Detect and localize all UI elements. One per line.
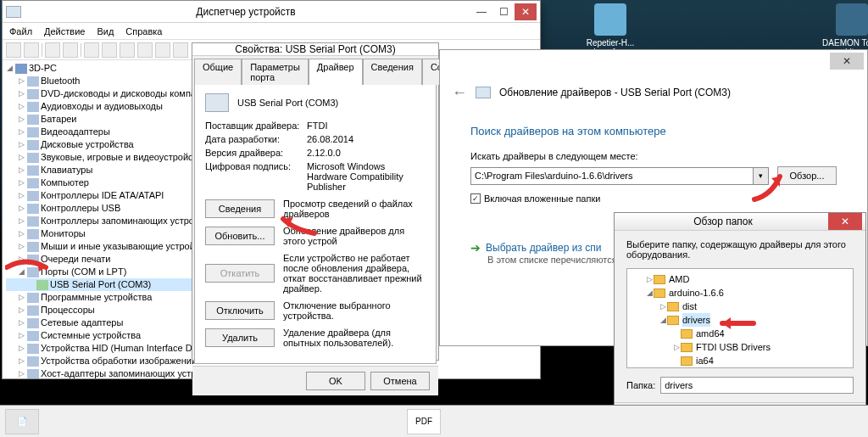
- close-button[interactable]: ✕: [830, 53, 864, 70]
- disable-button[interactable]: Отключить: [205, 301, 275, 320]
- folder-name: ia64: [696, 354, 714, 367]
- tab-details[interactable]: Сведения: [363, 59, 422, 85]
- ok-button[interactable]: OK: [306, 372, 365, 390]
- titlebar: Свойства: USB Serial Port (COM3): [192, 43, 438, 56]
- link-title: Выбрать драйвер из спи: [486, 242, 601, 254]
- arrow-right-icon: ➔: [470, 241, 481, 255]
- folder-name: drivers: [682, 313, 710, 327]
- node-label: Видеоадаптеры: [41, 126, 110, 138]
- device-name: USB Serial Port (COM3): [237, 98, 338, 108]
- value: FTDI: [307, 120, 327, 131]
- taskbar-item-pdf[interactable]: PDF: [407, 409, 441, 434]
- value: 26.08.2014: [307, 134, 353, 144]
- node-label: Дисковые устройства: [41, 138, 134, 151]
- label: Поставщик драйвера:: [205, 120, 307, 131]
- folder-icon: [654, 275, 665, 284]
- close-button[interactable]: ✕: [515, 3, 537, 20]
- tabstrip: Общие Параметры порта Драйвер Сведения С…: [192, 56, 438, 84]
- fwd-button[interactable]: [24, 42, 39, 58]
- menubar: Файл Действие Вид Справка: [3, 23, 540, 40]
- uninstall-button[interactable]: Удалить: [205, 328, 275, 347]
- folder-tree[interactable]: ▷AMD◢arduino-1.6.6▷dist◢drivers amd64▷FT…: [626, 268, 854, 368]
- desc: Удаление драйвера (для опытных пользоват…: [283, 328, 426, 348]
- folder-item[interactable]: ◢arduino-1.6.6: [632, 286, 848, 300]
- titlebar: Диспетчер устройств — ☐ ✕: [3, 1, 540, 23]
- folder-item[interactable]: ia64: [632, 354, 848, 367]
- minimize-button[interactable]: —: [470, 3, 492, 20]
- node-label: Звуковые, игровые и видеоустройст: [41, 151, 198, 164]
- menu-view[interactable]: Вид: [97, 26, 114, 36]
- tool-button[interactable]: [63, 42, 78, 58]
- desc: Просмотр сведений о файлах драйверов: [283, 199, 426, 219]
- include-subfolders-checkbox[interactable]: ✓ Включая вложенные папки: [470, 193, 837, 204]
- taskbar[interactable]: 📄 PDF: [0, 405, 868, 437]
- tool-button[interactable]: [173, 42, 188, 58]
- folder-icon: [654, 289, 665, 298]
- back-button[interactable]: [6, 42, 21, 58]
- menu-help[interactable]: Справка: [125, 26, 162, 36]
- node-label: Устройства HID (Human Interface De: [41, 342, 198, 355]
- node-label: Контроллеры IDE ATA/ATAPI: [41, 189, 164, 202]
- folder-item[interactable]: ▷FTDI USB Drivers: [632, 340, 848, 354]
- tab-driver[interactable]: Драйвер: [309, 59, 363, 85]
- field-label: Искать драйверы в следующем месте:: [470, 151, 837, 161]
- folder-name: arduino-1.6.6: [669, 286, 724, 300]
- tool-button[interactable]: [102, 42, 117, 58]
- node-label: Bluetooth: [41, 75, 80, 87]
- cancel-button[interactable]: Отмена: [370, 372, 430, 390]
- tool-button[interactable]: [120, 42, 135, 58]
- titlebar: Обзор папок ✕: [615, 213, 865, 231]
- node-label: Контроллеры USB: [41, 202, 120, 215]
- app-icon: [6, 6, 21, 18]
- folder-item[interactable]: ◢drivers: [632, 313, 848, 327]
- node-label: Процессоры: [41, 304, 95, 317]
- node-label: 3D-PC: [29, 62, 57, 75]
- menu-file[interactable]: Файл: [9, 26, 32, 36]
- menu-action[interactable]: Действие: [44, 26, 85, 36]
- folder-name: amd64: [696, 327, 725, 340]
- folder-name: FTDI USB Drivers: [696, 340, 771, 354]
- label: Цифровая подпись:: [205, 161, 307, 192]
- device-icon: [476, 87, 491, 98]
- back-icon[interactable]: ←: [452, 84, 467, 102]
- tab-port-settings[interactable]: Параметры порта: [242, 59, 309, 85]
- close-button[interactable]: ✕: [828, 213, 862, 230]
- node-label: Контроллеры запоминающих устро: [41, 215, 194, 227]
- folder-label: Папка:: [626, 380, 655, 390]
- folder-name: AMD: [669, 272, 689, 286]
- folder-item[interactable]: amd64: [632, 327, 848, 340]
- label: Версия драйвера:: [205, 148, 307, 158]
- wizard-heading: Поиск драйверов на этом компьютере: [470, 125, 837, 137]
- update-driver-button[interactable]: Обновить...: [205, 227, 275, 245]
- window-title: Свойства: USB Serial Port (COM3): [196, 43, 435, 55]
- dialog-message: Выберите папку, содержащую драйверы для …: [615, 231, 865, 268]
- folder-name: dist: [682, 300, 697, 313]
- desc: Обновление драйверов для этого устрой: [283, 226, 426, 246]
- tab-general[interactable]: Общие: [194, 59, 242, 85]
- node-label: Мыши и иные указывающие устрой: [41, 240, 195, 253]
- folder-input[interactable]: [660, 377, 854, 394]
- node-label: Порты (COM и LPT): [41, 266, 126, 278]
- folder-item[interactable]: ▷dist: [632, 300, 848, 313]
- tool-button[interactable]: [155, 42, 170, 58]
- node-label: USB Serial Port (COM3): [50, 278, 151, 291]
- driver-path-input[interactable]: [470, 167, 754, 185]
- browse-button[interactable]: Обзор...: [777, 166, 837, 185]
- app-icon: [594, 3, 626, 36]
- browse-folder-dialog: Обзор папок ✕ Выберите папку, содержащую…: [614, 212, 866, 433]
- tool-button[interactable]: [84, 42, 99, 58]
- tool-button[interactable]: [45, 42, 60, 58]
- node-label: Клавиатуры: [41, 164, 92, 176]
- details-button[interactable]: Сведения: [205, 199, 275, 218]
- driver-path-combo[interactable]: ▾: [470, 167, 769, 185]
- node-label: Сетевые адаптеры: [41, 317, 123, 329]
- folder-item[interactable]: ▷AMD: [632, 272, 848, 286]
- maximize-button[interactable]: ☐: [492, 3, 515, 20]
- node-label: Компьютер: [41, 176, 89, 189]
- wizard-header: ← Обновление драйверов - USB Serial Port…: [440, 72, 867, 113]
- app-icon: [836, 3, 868, 36]
- chevron-down-icon[interactable]: ▾: [754, 167, 769, 185]
- node-label: DVD-дисководы и дисководы компа: [41, 87, 196, 100]
- tool-button[interactable]: [137, 42, 153, 58]
- taskbar-item[interactable]: 📄: [5, 409, 39, 434]
